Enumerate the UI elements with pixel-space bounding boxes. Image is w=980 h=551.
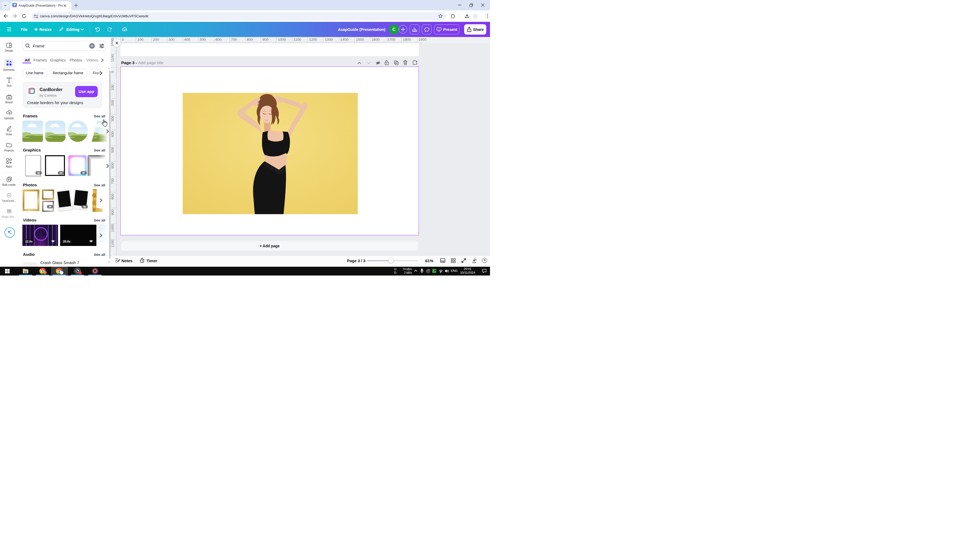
svg-text:co: co	[8, 96, 10, 99]
